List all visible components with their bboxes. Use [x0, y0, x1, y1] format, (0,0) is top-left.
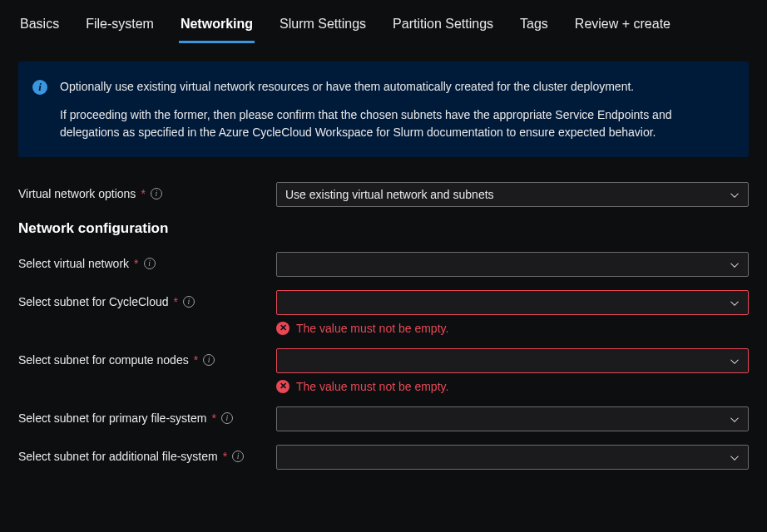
tab-partition-settings[interactable]: Partition Settings [391, 12, 495, 43]
info-icon[interactable]: i [144, 258, 156, 269]
tab-bar: Basics File-system Networking Slurm Sett… [0, 0, 767, 43]
required-indicator: * [211, 411, 215, 426]
info-icon[interactable]: i [183, 296, 195, 308]
required-indicator: * [141, 186, 145, 201]
error-icon: ✕ [276, 380, 289, 393]
subnet-additional-fs-dropdown[interactable] [276, 445, 749, 470]
vnet-options-value: Use existing virtual network and subnets [285, 188, 494, 201]
info-icon[interactable]: i [203, 354, 215, 366]
network-config-heading: Network configuration [18, 220, 749, 237]
content-area: i Optionally use existing virtual networ… [0, 43, 767, 470]
vnet-options-select[interactable]: Use existing virtual network and subnets [276, 182, 749, 207]
tab-review-create[interactable]: Review + create [573, 12, 672, 43]
tab-slurm-settings[interactable]: Slurm Settings [278, 12, 368, 43]
tab-networking[interactable]: Networking [179, 12, 255, 43]
info-text: Optionally use existing virtual network … [60, 78, 729, 140]
info-icon[interactable]: i [232, 451, 244, 462]
subnet-compute-dropdown[interactable] [276, 348, 749, 373]
vnet-options-label: Virtual network options [18, 186, 136, 201]
info-line-2: If proceeding with the former, then plea… [60, 106, 729, 140]
info-icon[interactable]: i [221, 412, 233, 424]
select-vnet-dropdown[interactable] [276, 252, 749, 277]
info-line-1: Optionally use existing virtual network … [60, 78, 729, 95]
chevron-down-icon [730, 452, 740, 462]
subnet-primary-fs-dropdown[interactable] [276, 406, 749, 431]
subnet-additional-fs-label: Select subnet for additional file-system [18, 449, 218, 464]
required-indicator: * [134, 256, 138, 271]
tab-tags[interactable]: Tags [518, 12, 550, 43]
info-icon: i [32, 80, 47, 95]
subnet-primary-fs-label: Select subnet for primary file-system [18, 411, 206, 426]
error-icon: ✕ [276, 322, 289, 335]
subnet-compute-label: Select subnet for compute nodes [18, 352, 189, 367]
required-indicator: * [174, 294, 178, 309]
chevron-down-icon [730, 259, 740, 269]
chevron-down-icon [730, 356, 740, 366]
chevron-down-icon [730, 298, 740, 308]
select-vnet-label: Select virtual network [18, 256, 129, 271]
chevron-down-icon [730, 414, 740, 424]
subnet-cyclecloud-dropdown[interactable] [276, 290, 749, 315]
chevron-down-icon [730, 190, 740, 200]
tab-file-system[interactable]: File-system [84, 12, 156, 43]
subnet-cyclecloud-error: The value must not be empty. [296, 322, 448, 335]
required-indicator: * [194, 352, 198, 367]
subnet-compute-error: The value must not be empty. [296, 380, 448, 393]
info-icon[interactable]: i [151, 188, 162, 200]
info-banner: i Optionally use existing virtual networ… [18, 62, 749, 157]
tab-basics[interactable]: Basics [18, 12, 61, 43]
required-indicator: * [223, 449, 227, 464]
subnet-cyclecloud-label: Select subnet for CycleCloud [18, 294, 169, 309]
